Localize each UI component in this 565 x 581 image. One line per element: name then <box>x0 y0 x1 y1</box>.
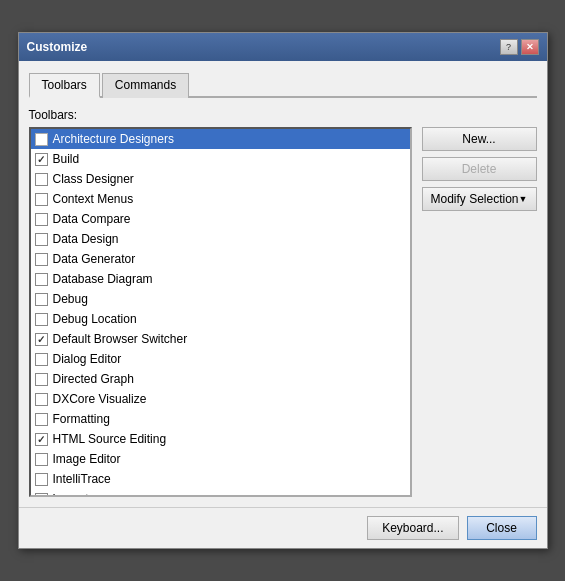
list-item[interactable]: Database Diagram <box>31 269 410 289</box>
toolbar-checkbox[interactable] <box>35 373 48 386</box>
toolbar-checkbox[interactable] <box>35 313 48 326</box>
window-close-button[interactable]: ✕ <box>521 39 539 55</box>
title-bar: Customize ? ✕ <box>19 33 547 61</box>
modify-selection-button[interactable]: Modify Selection ▼ <box>422 187 537 211</box>
toolbar-label: Default Browser Switcher <box>53 332 188 346</box>
list-item[interactable]: Image Editor <box>31 449 410 469</box>
toolbar-checkbox[interactable] <box>35 253 48 266</box>
list-item[interactable]: Data Compare <box>31 209 410 229</box>
toolbar-checkbox[interactable] <box>35 353 48 366</box>
list-item[interactable]: IntelliTrace <box>31 469 410 489</box>
toolbar-label: Database Diagram <box>53 272 153 286</box>
customize-dialog: Customize ? ✕ Toolbars Commands Toolbars… <box>18 32 548 549</box>
toolbar-checkbox[interactable] <box>35 173 48 186</box>
toolbar-label: Debug <box>53 292 88 306</box>
list-item[interactable]: DXCore Visualize <box>31 389 410 409</box>
tab-bar: Toolbars Commands <box>29 71 537 98</box>
toolbar-label: Dialog Editor <box>53 352 122 366</box>
list-item[interactable]: Context Menus <box>31 189 410 209</box>
delete-button[interactable]: Delete <box>422 157 537 181</box>
close-button[interactable]: Close <box>467 516 537 540</box>
toolbar-label: Data Design <box>53 232 119 246</box>
list-item[interactable]: Formatting <box>31 409 410 429</box>
list-item[interactable]: Layout <box>31 489 410 497</box>
toolbar-label: Build <box>53 152 80 166</box>
list-item[interactable]: Data Design <box>31 229 410 249</box>
toolbar-label: Data Generator <box>53 252 136 266</box>
list-item[interactable]: Debug <box>31 289 410 309</box>
toolbar-checkbox[interactable] <box>35 493 48 498</box>
toolbar-checkbox[interactable] <box>35 473 48 486</box>
tab-commands[interactable]: Commands <box>102 73 189 98</box>
toolbar-checkbox[interactable] <box>35 153 48 166</box>
buttons-panel: New... Delete Modify Selection ▼ <box>422 127 537 497</box>
list-item[interactable]: Dialog Editor <box>31 349 410 369</box>
section-label: Toolbars: <box>29 108 537 122</box>
dialog-footer: Keyboard... Close <box>19 507 547 548</box>
list-item[interactable]: Directed Graph <box>31 369 410 389</box>
dialog-content: Toolbars Commands Toolbars: Architecture… <box>19 61 547 507</box>
toolbar-checkbox[interactable] <box>35 413 48 426</box>
new-button[interactable]: New... <box>422 127 537 151</box>
toolbar-label: Data Compare <box>53 212 131 226</box>
toolbar-checkbox[interactable] <box>35 213 48 226</box>
toolbars-list[interactable]: Architecture DesignersBuildClass Designe… <box>29 127 412 497</box>
list-item[interactable]: HTML Source Editing <box>31 429 410 449</box>
list-item[interactable]: Class Designer <box>31 169 410 189</box>
list-item[interactable]: Architecture Designers <box>31 129 410 149</box>
title-bar-buttons: ? ✕ <box>500 39 539 55</box>
tab-toolbars[interactable]: Toolbars <box>29 73 100 98</box>
toolbar-checkbox[interactable] <box>35 233 48 246</box>
toolbar-label: Layout <box>53 492 89 497</box>
list-item[interactable]: Data Generator <box>31 249 410 269</box>
toolbar-checkbox[interactable] <box>35 333 48 346</box>
toolbar-label: Architecture Designers <box>53 132 174 146</box>
toolbar-label: HTML Source Editing <box>53 432 167 446</box>
toolbar-label: Directed Graph <box>53 372 134 386</box>
toolbar-checkbox[interactable] <box>35 273 48 286</box>
toolbar-label: DXCore Visualize <box>53 392 147 406</box>
toolbar-checkbox[interactable] <box>35 453 48 466</box>
window-title: Customize <box>27 40 88 54</box>
toolbar-label: IntelliTrace <box>53 472 111 486</box>
main-area: Architecture DesignersBuildClass Designe… <box>29 127 537 497</box>
help-button[interactable]: ? <box>500 39 518 55</box>
toolbar-checkbox[interactable] <box>35 393 48 406</box>
toolbar-label: Class Designer <box>53 172 134 186</box>
keyboard-button[interactable]: Keyboard... <box>367 516 458 540</box>
toolbar-label: Formatting <box>53 412 110 426</box>
list-item[interactable]: Debug Location <box>31 309 410 329</box>
toolbar-label: Debug Location <box>53 312 137 326</box>
toolbar-checkbox[interactable] <box>35 193 48 206</box>
list-item[interactable]: Default Browser Switcher <box>31 329 410 349</box>
toolbar-label: Context Menus <box>53 192 134 206</box>
toolbar-checkbox[interactable] <box>35 133 48 146</box>
list-item[interactable]: Build <box>31 149 410 169</box>
toolbar-checkbox[interactable] <box>35 293 48 306</box>
toolbar-checkbox[interactable] <box>35 433 48 446</box>
toolbar-label: Image Editor <box>53 452 121 466</box>
